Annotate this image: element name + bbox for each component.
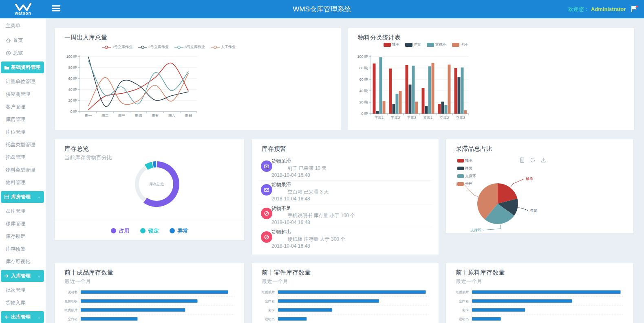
alert-description: 钉子 已呆滞 10 天 bbox=[288, 165, 326, 172]
svg-text:周六: 周六 bbox=[168, 114, 176, 118]
sidebar-item-5[interactable]: 客户管理 bbox=[0, 101, 46, 113]
svg-text:100 吨: 100 吨 bbox=[66, 55, 77, 59]
arrow-right-icon bbox=[4, 273, 9, 279]
legend-label: 锁定 bbox=[148, 227, 159, 235]
legend-label: 轴承 bbox=[392, 42, 399, 47]
pie-chart-svg: 轴承弹簧支撑环卡环 bbox=[446, 139, 634, 234]
alert-icon-wrap bbox=[261, 160, 272, 172]
sidebar-item-16[interactable]: 库存预警 bbox=[0, 243, 46, 255]
sidebar-item-label: 总览 bbox=[13, 50, 23, 57]
alert-item-2[interactable]: 货物不足手机说明书 库存量 小于 100 个2018-10-04 16:48 bbox=[252, 204, 439, 228]
sidebar-item-0[interactable]: 首页 bbox=[0, 34, 46, 47]
sidebar-item-label: 客户管理 bbox=[6, 103, 25, 110]
hbar-chart-svg: 纸质贴片空白箱彩卡说明书 bbox=[252, 287, 439, 323]
sidebar-item-7[interactable]: 库位管理 bbox=[0, 126, 46, 138]
svg-text:周二: 周二 bbox=[101, 114, 109, 118]
sidebar-item-6[interactable]: 库房管理 bbox=[0, 113, 46, 126]
svg-text:80 吨: 80 吨 bbox=[68, 66, 77, 70]
svg-text:20 吨: 20 吨 bbox=[68, 99, 77, 103]
legend-label: 3号立库作业 bbox=[185, 44, 205, 50]
chevron-down-icon: ⌄ bbox=[37, 315, 41, 319]
home-icon bbox=[6, 38, 11, 43]
legend-item-卡环[interactable]: 卡环 bbox=[452, 42, 468, 47]
sidebar-item-15[interactable]: 库存锁定 bbox=[0, 230, 46, 243]
legend-item-轴承[interactable]: 轴承 bbox=[384, 42, 399, 47]
sidebar-item-1[interactable]: 总览 bbox=[0, 47, 46, 59]
notification-flag-icon[interactable] bbox=[630, 5, 638, 13]
card-stagnant-goods-ratio: 呆滞品总占比 轴承弹簧支撑环卡环轴承弹簧支撑环卡环 bbox=[446, 139, 634, 233]
sidebar-item-3[interactable]: 计量单位管理 bbox=[0, 75, 46, 88]
legend-item-2号立库作业[interactable]: 2号立库作业 bbox=[138, 44, 169, 50]
sidebar-group-21[interactable]: 出库管理⌄ bbox=[1, 311, 44, 323]
alert-title: 货物呆滞 bbox=[271, 158, 291, 165]
legend-label: 2号立库作业 bbox=[148, 44, 169, 50]
sidebar-item-label: 首页 bbox=[13, 37, 23, 44]
svg-text:80 吨: 80 吨 bbox=[359, 66, 368, 70]
legend-label: 占用 bbox=[119, 227, 130, 235]
sidebar-item-label: 库存可视化 bbox=[6, 258, 30, 265]
sidebar-group-18[interactable]: 入库管理⌄ bbox=[1, 270, 44, 282]
envelope-icon bbox=[264, 187, 269, 193]
legend-item-锁定[interactable]: 锁定 bbox=[140, 227, 159, 235]
svg-text:支撑环: 支撑环 bbox=[470, 228, 481, 232]
top10-finished-hbar-chart: 说明书瓦楞纸板纸质贴片空白箱 bbox=[55, 263, 244, 323]
line-legend-mark bbox=[102, 45, 111, 49]
legend-label: 人工作业 bbox=[221, 44, 236, 50]
hbar-chart-svg: 说明书瓦楞纸板纸质贴片空白箱 bbox=[55, 287, 245, 323]
legend-item-异常[interactable]: 异常 bbox=[170, 227, 188, 235]
svg-text:彩卡: 彩卡 bbox=[462, 308, 469, 312]
sidebar-menu: 首页总览基础资料管理计量单位管理供应商管理客户管理库房管理库位管理托盘类型管理托… bbox=[0, 32, 46, 323]
chevron-down-icon: ⌄ bbox=[37, 274, 41, 278]
sidebar-item-13[interactable]: 盘库管理 bbox=[0, 205, 46, 218]
sidebar-item-10[interactable]: 物料类型管理 bbox=[0, 164, 46, 176]
line-legend-mark bbox=[211, 45, 220, 49]
donut-legend[interactable]: 占用锁定异常 bbox=[55, 221, 244, 240]
sidebar-item-19[interactable]: 批次管理 bbox=[0, 284, 46, 297]
weekly-inout-line-chart: 1号立库作业2号立库作业3号立库作业人工作业0 吨20 吨40 吨60 吨80 … bbox=[55, 28, 341, 130]
alert-icon-wrap bbox=[261, 184, 272, 196]
svg-text:100 吨: 100 吨 bbox=[357, 55, 368, 59]
svg-text:纸质贴片: 纸质贴片 bbox=[64, 308, 77, 312]
sidebar-item-17[interactable]: 库存可视化 bbox=[0, 255, 46, 268]
svg-text:空白箱: 空白箱 bbox=[459, 299, 469, 303]
sidebar-item-4[interactable]: 供应商管理 bbox=[0, 88, 46, 101]
legend-item-3号立库作业[interactable]: 3号立库作业 bbox=[174, 44, 205, 50]
sidebar-item-label: 供应商管理 bbox=[6, 91, 30, 98]
sidebar-item-8[interactable]: 托盘类型管理 bbox=[0, 138, 46, 151]
sidebar-item-11[interactable]: 物料管理 bbox=[0, 176, 46, 189]
alert-item-3[interactable]: 货物超出硬纸板 库存量 大于 300 个2018-10-04 16:48 bbox=[252, 228, 439, 252]
page-title: WMS仓库管理系统 bbox=[0, 0, 644, 18]
sidebar-item-9[interactable]: 托盘管理 bbox=[0, 151, 46, 164]
alert-title: 货物超出 bbox=[271, 229, 291, 235]
line-chart-svg: 0 吨20 吨40 吨60 吨80 吨100 吨周一周二周三周四周五周六周日 bbox=[55, 52, 342, 129]
bar-chart-svg: 0 吨20 吨40 吨60 吨80 吨100 吨平库1平库2平库3立库1立库2立… bbox=[348, 52, 635, 133]
legend-item-人工作业[interactable]: 人工作业 bbox=[211, 44, 236, 50]
chart-legend[interactable]: 轴承弹簧支撑环卡环 bbox=[364, 42, 487, 47]
alert-item-1[interactable]: 货物呆滞空白箱 已呆滞 3 天2018-10-04 16:48 bbox=[252, 181, 439, 204]
legend-item-占用[interactable]: 占用 bbox=[111, 227, 130, 235]
username[interactable]: Administrator bbox=[591, 6, 626, 12]
svg-text:卡环: 卡环 bbox=[455, 182, 462, 186]
legend-item-支撑环[interactable]: 支撑环 bbox=[427, 42, 446, 47]
user-welcome: 欢迎您： Administrator bbox=[568, 0, 626, 18]
sidebar-item-label: 库存预警 bbox=[6, 246, 25, 253]
card-weekly-inout-total: 一周出入库总量 1号立库作业2号立库作业3号立库作业人工作业0 吨20 吨40 … bbox=[54, 28, 341, 130]
sidebar-item-label: 库位管理 bbox=[6, 129, 25, 136]
envelope-icon bbox=[264, 163, 269, 169]
wms-dashboard: watson WMS仓库管理系统 欢迎您： Administrator 主菜单 … bbox=[0, 0, 644, 323]
legend-item-弹簧[interactable]: 弹簧 bbox=[405, 42, 421, 47]
chart-legend[interactable]: 1号立库作业2号立库作业3号立库作业人工作业 bbox=[71, 44, 267, 50]
sidebar-item-20[interactable]: 货物入库 bbox=[0, 297, 46, 309]
svg-text:纸质贴片: 纸质贴片 bbox=[456, 290, 469, 294]
sidebar-item-14[interactable]: 移库管理 bbox=[0, 218, 46, 230]
sidebar-group-12[interactable]: 库房管理⌄ bbox=[1, 191, 44, 203]
alert-item-0[interactable]: 货物呆滞钉子 已呆滞 10 天2018-10-04 16:48 bbox=[252, 157, 439, 181]
svg-text:立库3: 立库3 bbox=[456, 116, 465, 120]
svg-text:40 吨: 40 吨 bbox=[68, 88, 77, 92]
warehouse-icon bbox=[4, 194, 9, 200]
legend-item-1号立库作业[interactable]: 1号立库作业 bbox=[102, 44, 132, 50]
svg-text:60 吨: 60 吨 bbox=[68, 77, 77, 81]
card-material-category-stats: 物料分类统计表 轴承弹簧支撑环卡环0 吨20 吨40 吨60 吨80 吨100 … bbox=[348, 28, 635, 130]
sidebar-group-2[interactable]: 基础资料管理 bbox=[1, 62, 44, 73]
top10-parts-hbar-chart: 纸质贴片空白箱彩卡说明书 bbox=[252, 263, 439, 323]
